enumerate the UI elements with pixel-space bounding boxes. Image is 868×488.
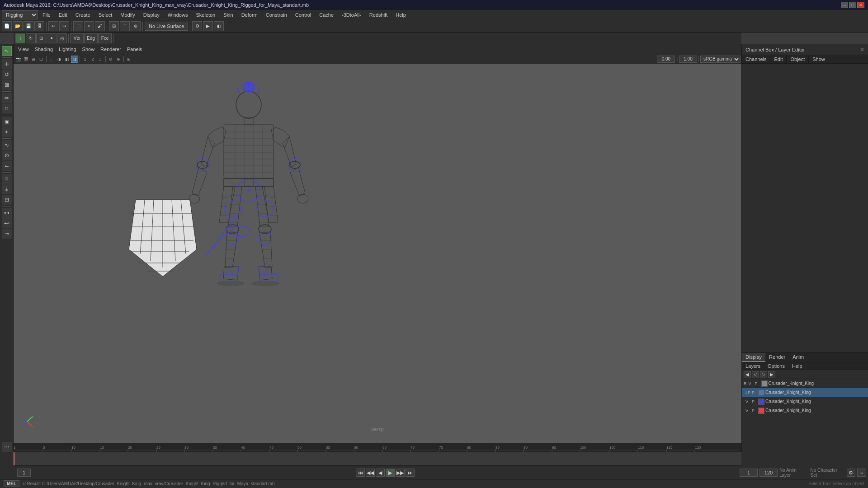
timeline-scrub[interactable] — [14, 452, 741, 466]
undo-btn[interactable]: ↩ — [48, 21, 58, 31]
menu-cache[interactable]: Cache — [316, 11, 337, 19]
viewport-panels-menu[interactable]: Panels — [124, 46, 145, 53]
menu-skeleton[interactable]: Skeleton — [192, 11, 219, 19]
misc-tool-1[interactable]: ⊶ — [2, 208, 12, 218]
menu-select[interactable]: Select — [95, 11, 116, 19]
layer-row[interactable]: RVPCrusader_Knight_King — [742, 379, 868, 388]
layer-row[interactable]: VPCrusader_Knight_King — [742, 406, 868, 415]
layer-playback-label[interactable]: P — [752, 399, 757, 404]
viewport-lighting-menu[interactable]: Lighting — [56, 46, 79, 53]
layer-playback-label[interactable]: P — [752, 390, 757, 395]
smooth-preview-2[interactable]: 2 — [89, 56, 96, 63]
menu-file[interactable]: File — [39, 11, 54, 19]
smooth-preview-3[interactable]: 3 — [97, 56, 104, 63]
layer-row[interactable]: LPPCrusader_Knight_King — [742, 388, 868, 397]
move-tool[interactable]: ✛ — [2, 59, 12, 69]
wireframe-btn[interactable]: ⬚ — [48, 56, 55, 63]
viewport-view-menu[interactable]: View — [15, 46, 32, 53]
play-back-btn[interactable]: ◀ — [376, 469, 385, 477]
lasso-btn[interactable]: ⌖ — [84, 21, 94, 31]
minimize-button[interactable]: — — [841, 2, 848, 8]
menu-display[interactable]: Display — [140, 11, 163, 19]
soft-mod-btn[interactable]: ◎ — [57, 33, 67, 43]
menu-deform[interactable]: Deform — [238, 11, 261, 19]
shaded-btn[interactable]: ◑ — [56, 56, 63, 63]
vertex-btn[interactable]: Vtx — [70, 33, 84, 43]
menu-windows[interactable]: Windows — [164, 11, 192, 19]
grid-icon[interactable]: ⊞ — [30, 56, 37, 63]
render-settings-btn[interactable]: ⚙ — [192, 21, 202, 31]
textured-btn[interactable]: ◧ — [63, 56, 71, 63]
show-tab[interactable]: Show — [809, 55, 829, 63]
soft-select-tool[interactable]: ◉ — [2, 117, 12, 127]
menu-redshift[interactable]: Redshift — [366, 11, 391, 19]
play-forward-btn[interactable]: ▶ — [386, 469, 395, 477]
layer-prev-btn[interactable]: ◀ — [744, 371, 751, 378]
menu-create[interactable]: Create — [72, 11, 94, 19]
rotate-tool[interactable]: ↺ — [2, 70, 12, 80]
extrude-tool[interactable]: ⊟ — [2, 195, 12, 205]
menu-3dtoall[interactable]: -3DtoAll- — [338, 11, 365, 19]
save-as-btn[interactable]: 🗄 — [34, 21, 44, 31]
misc-tool-2[interactable]: ⊷ — [2, 218, 12, 228]
menu-control[interactable]: Control — [292, 11, 315, 19]
render-tab[interactable]: Render — [765, 353, 789, 362]
select-tool[interactable]: ↖ — [2, 46, 12, 56]
layer-next-frame-btn[interactable]: ▷ — [760, 371, 767, 378]
smooth-preview-1[interactable]: 1 — [81, 56, 89, 63]
joint-tool[interactable]: ⊙ — [2, 150, 12, 160]
hud-toggle[interactable]: ⊞ — [125, 56, 132, 63]
open-file-btn[interactable]: 📂 — [13, 21, 23, 31]
rotate-tool-btn[interactable]: ↻ — [26, 33, 36, 43]
char-extra-btn[interactable]: ≡ — [857, 469, 866, 477]
gamma-select[interactable]: sRGB gamma — [700, 56, 741, 63]
mode-dropdown[interactable]: Rigging Animation Modeling — [2, 10, 38, 19]
face-btn[interactable]: Fce — [98, 33, 112, 43]
sculpt-tool[interactable]: ⌗ — [2, 103, 12, 113]
layer-color-swatch[interactable] — [758, 389, 764, 396]
viewport[interactable]: View Shading Lighting Show Renderer Pane… — [14, 44, 741, 452]
panel-close-button[interactable]: ✕ — [860, 47, 864, 53]
layer-playback-label[interactable]: P — [752, 408, 757, 413]
current-frame-input[interactable] — [17, 469, 31, 477]
live-surface-button[interactable]: No Live Surface — [145, 22, 188, 31]
menu-skin[interactable]: Skin — [220, 11, 236, 19]
close-button[interactable]: ✕ — [857, 2, 864, 8]
layer-visibility-label[interactable]: V — [745, 408, 751, 413]
step-forward-btn[interactable]: ▶▶ — [396, 469, 405, 477]
anim-tab[interactable]: Anim — [789, 353, 807, 362]
ik-tool[interactable]: ⌙ — [2, 161, 12, 171]
paint-effects-tool[interactable]: ✏ — [2, 93, 12, 103]
wireframe-shaded-btn[interactable]: ◨ — [71, 56, 78, 63]
layer-prev-frame-btn[interactable]: ◁ — [752, 371, 759, 378]
film-icon[interactable]: 🎬 — [22, 56, 29, 63]
viewport-renderer-menu[interactable]: Renderer — [98, 46, 124, 53]
layers-sub-tab[interactable]: Layers — [742, 362, 764, 370]
curve-tool[interactable]: ∿ — [2, 140, 12, 150]
snap-point-btn[interactable]: ⊕ — [131, 21, 141, 31]
layer-color-swatch[interactable] — [758, 399, 764, 405]
redo-btn[interactable]: ↪ — [59, 21, 69, 31]
language-indicator[interactable]: MEL — [4, 480, 19, 487]
step-back-btn[interactable]: ◀◀ — [366, 469, 375, 477]
go-to-start-btn[interactable]: ⏮ — [356, 469, 365, 477]
layer-playback-label[interactable]: P — [755, 381, 760, 386]
scale-tool-btn[interactable]: ⊡ — [36, 33, 46, 43]
crease-tool[interactable]: ≡ — [2, 174, 12, 184]
help-sub-tab[interactable]: Help — [788, 362, 806, 370]
channels-tab[interactable]: Channels — [742, 55, 770, 63]
viewport-shading-menu[interactable]: Shading — [32, 46, 56, 53]
display-tab[interactable]: Display — [742, 353, 765, 362]
char-settings-btn[interactable]: ⚙ — [847, 469, 856, 477]
ipr-btn[interactable]: ◐ — [214, 21, 224, 31]
layer-color-swatch[interactable] — [758, 408, 764, 414]
lasso-tool[interactable]: ⌖ — [2, 127, 12, 137]
snap-grid-btn[interactable]: ⊞ — [109, 21, 119, 31]
layer-next-btn[interactable]: ▶ — [768, 371, 775, 378]
select-tool-btn[interactable]: ⬚ — [73, 21, 83, 31]
universal-manip-btn[interactable]: ✦ — [47, 33, 57, 43]
layer-visibility-label[interactable]: V — [749, 381, 754, 386]
render-btn[interactable]: ▶ — [203, 21, 213, 31]
edge-btn[interactable]: Edg — [84, 33, 98, 43]
range-end-input[interactable] — [760, 469, 778, 477]
